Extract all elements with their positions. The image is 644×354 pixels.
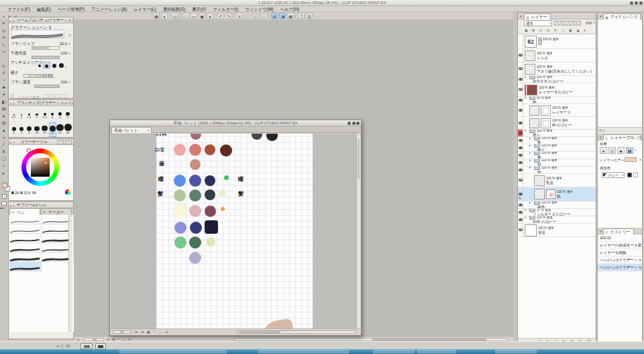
decoration-tool-icon[interactable]: ✦ [1,91,7,98]
eye-icon[interactable] [519,161,523,164]
transparent-color-chip[interactable] [2,194,7,199]
eye-icon[interactable] [519,211,523,214]
lock-layer-icon[interactable]: ⊘ [547,28,549,33]
taskbar-window-button[interactable] [258,350,349,353]
color-swatch-12[interactable] [205,175,215,186]
brush-size-4[interactable]: 4 [56,107,64,122]
open-page-icon[interactable]: ▭ [191,13,197,19]
layer-color-effect-icon[interactable]: ▦ [626,147,633,154]
material-icon[interactable]: ⧉ [306,13,313,19]
save-icon[interactable]: ▣ [199,13,205,19]
menu-item-5[interactable]: レイヤー(L) [130,6,159,11]
mask-icon[interactable]: ▦ [569,28,572,33]
color-swatch-21[interactable] [221,207,225,211]
color-set-tab[interactable] [65,140,72,144]
color-swatch-9[interactable] [190,159,201,170]
palette-document-tab[interactable]: 草薙パレット × [111,127,152,133]
layer-row-アタリ線(非表示にしてください)[interactable]: 100 % 通常アタリ線(非表示にしてください) [518,62,596,76]
brush-size-slider[interactable] [32,46,60,50]
layer-visibility-cell[interactable] [518,224,523,236]
lock-transparent-icon[interactable]: ⎘ [554,28,557,33]
brush-size-7[interactable]: 7 [18,122,25,137]
line-correct-tool-icon[interactable]: ≈ [1,163,7,169]
brush-tool-icon[interactable]: ◔ [1,77,7,84]
extract-line-icon[interactable]: ■ [617,147,625,154]
layer-row-トンボ[interactable]: 100 % 通常トンボ [518,49,596,62]
zoom-in-icon[interactable]: ⊕ [141,329,144,335]
workspace-grid-icon[interactable]: ▦ [153,13,160,19]
history-entry-1[interactable]: 103-01 [598,234,642,242]
collapse-icon[interactable]: ◂ [9,140,11,145]
eye-icon[interactable] [519,228,523,231]
ruler-tool-icon[interactable]: ╱ [1,141,7,148]
color-swatch-15[interactable] [189,189,201,202]
aa-menu-icon[interactable]: ▾ [65,65,66,69]
layer-visibility-cell[interactable] [518,144,523,151]
zoom-slider-thumb[interactable] [120,331,124,334]
brush-item-Gペン(鋭)[interactable]: Gペン(鋭) [9,215,42,224]
rotate-right-icon[interactable]: ◡ [159,329,162,335]
stepper-icon[interactable]: ⬍ [68,52,70,55]
collapse-icon[interactable]: ◂ [598,13,603,19]
layer-thumbnail[interactable] [541,118,551,128]
zoom-out-icon[interactable]: ⊖ [135,329,138,335]
layer-thumbnail[interactable] [529,105,539,116]
layer-visibility-cell[interactable] [518,202,523,208]
layer-row-服[interactable]: ▸100 % 通常服 [518,152,596,159]
brush-item-グラデーション(刷毛)[interactable]: グラデーション(刷毛) [9,253,42,262]
eye-icon[interactable] [519,139,523,142]
layer-thumbnail[interactable] [534,189,545,200]
layer-row-背景[interactable]: 100 % 通常背景 [518,224,596,237]
foreground-color-chip[interactable] [2,183,7,188]
pen-tool-icon[interactable]: ✎ [1,63,7,70]
color-swatch-25[interactable] [174,236,186,249]
palette-document-window[interactable]: 草薙パレット (1000 x 2000px 300dpi 61.4%) - CL… [109,120,362,336]
color-swatch-10[interactable] [174,175,186,187]
white-chip[interactable] [633,173,638,177]
expression-select[interactable]: グレー ▾ [602,172,625,178]
stepper-icon[interactable]: ⬍ [593,21,595,24]
taskbar-window-button[interactable] [495,350,537,353]
dock-arrow-icon[interactable]: ◂ [1,13,6,19]
brush-item-カリグラフィ[interactable]: カリグラフィ [9,234,42,243]
main-menu-icon[interactable]: ≡ [1,20,7,27]
layer-row-肌[interactable]: ✎100 % 通常肌 [518,187,596,202]
brush-size-1.5[interactable]: 1.5 [25,107,33,122]
brush-size-2[interactable]: 2 [34,107,41,122]
aa-middle-icon[interactable] [50,62,58,69]
reset-view-icon[interactable]: ⊙ [165,329,168,335]
brush-size-30[interactable]: 30 [64,122,72,137]
aa-strong-icon[interactable] [58,62,65,69]
menu-item-1[interactable]: ファイル(F) [4,6,34,11]
layer-row-飾り[interactable]: ▸100 % 通常飾り [518,144,596,152]
menu-item-8[interactable]: フィルター(I) [209,6,241,11]
color-swatch-28[interactable] [189,252,201,264]
menu-item-9[interactable]: ウィンドウ(W) [241,6,276,11]
brush-item-丸ペン(鋭)[interactable]: 丸ペン(鋭) [9,224,42,234]
new-page-icon[interactable]: ▢ [182,13,189,19]
layer-thumbnail[interactable] [541,105,551,116]
layer-visibility-cell[interactable] [518,76,523,83]
tool-property-header[interactable]: ◂≡ツールプロパティ[グラデーションペン 3] [9,17,73,24]
rotate-left-icon[interactable]: ◠ [153,329,156,335]
menu-item-3[interactable]: ページ管理(P) [54,6,88,11]
minimize-button-icon[interactable] [630,1,633,5]
sv-square[interactable] [31,158,50,177]
operation-tool-icon[interactable]: ↖ [1,42,7,48]
light-table-icon[interactable]: ⊙ [539,28,542,33]
balloon-tool-icon[interactable]: ◯ [1,155,7,162]
layer-row-肌[interactable]: ▾100 % 通常肌 [518,167,596,174]
vector-snap-checkbox[interactable] [11,94,14,97]
palette-window-title[interactable]: 草薙パレット (1000 x 2000px 300dpi 61.4%) - CL… [110,120,361,126]
airbrush-tool-icon[interactable]: ▰ [1,84,7,91]
collapse-icon[interactable]: ◂ [9,18,11,24]
layer-visibility-cell[interactable] [518,62,523,75]
layer-visibility-cell[interactable] [518,159,523,166]
density-value[interactable]: 100 [60,80,67,84]
brush-size-25[interactable]: 25 [56,122,64,137]
tab-item-bank[interactable]: ▦アイテムバンク [603,13,641,19]
new-subtool-icon[interactable]: ▢ [60,344,64,348]
redo-icon[interactable]: ↷ [225,13,232,19]
maximize-button-icon[interactable] [635,1,638,5]
bank-settings-icon[interactable]: ⊕ [602,128,604,132]
